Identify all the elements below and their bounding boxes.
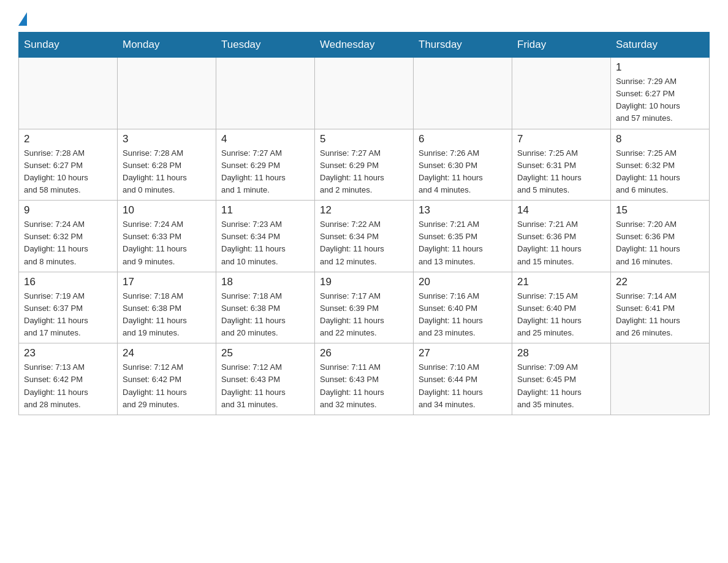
- calendar-cell: 13Sunrise: 7:21 AM Sunset: 6:35 PM Dayli…: [414, 201, 512, 272]
- weekday-header-monday: Monday: [118, 33, 216, 58]
- calendar-cell: 2Sunrise: 7:28 AM Sunset: 6:27 PM Daylig…: [19, 129, 118, 201]
- calendar-cell: [315, 58, 414, 129]
- calendar-cell: [512, 58, 611, 129]
- day-info: Sunrise: 7:14 AM Sunset: 6:41 PM Dayligh…: [616, 290, 704, 340]
- weekday-header-friday: Friday: [512, 33, 611, 58]
- day-info: Sunrise: 7:24 AM Sunset: 6:32 PM Dayligh…: [24, 218, 112, 268]
- weekday-header-saturday: Saturday: [611, 33, 710, 58]
- day-number: 12: [320, 204, 408, 216]
- day-info: Sunrise: 7:22 AM Sunset: 6:34 PM Dayligh…: [320, 218, 408, 268]
- calendar-cell: 28Sunrise: 7:09 AM Sunset: 6:45 PM Dayli…: [512, 343, 611, 415]
- calendar-cell: 14Sunrise: 7:21 AM Sunset: 6:36 PM Dayli…: [512, 201, 611, 272]
- day-number: 15: [616, 204, 704, 216]
- day-number: 4: [221, 133, 309, 145]
- weekday-header-wednesday: Wednesday: [315, 33, 414, 58]
- logo-triangle-icon: [18, 12, 27, 26]
- calendar-table: SundayMondayTuesdayWednesdayThursdayFrid…: [18, 32, 710, 415]
- calendar-cell: 21Sunrise: 7:15 AM Sunset: 6:40 PM Dayli…: [512, 272, 611, 343]
- day-info: Sunrise: 7:17 AM Sunset: 6:39 PM Dayligh…: [320, 290, 408, 340]
- week-row-5: 23Sunrise: 7:13 AM Sunset: 6:42 PM Dayli…: [19, 343, 710, 415]
- day-info: Sunrise: 7:28 AM Sunset: 6:28 PM Dayligh…: [123, 147, 211, 197]
- day-info: Sunrise: 7:26 AM Sunset: 6:30 PM Dayligh…: [419, 147, 507, 197]
- calendar-cell: [216, 58, 315, 129]
- day-number: 1: [616, 61, 704, 74]
- day-number: 6: [419, 133, 507, 145]
- day-info: Sunrise: 7:12 AM Sunset: 6:43 PM Dayligh…: [221, 361, 309, 411]
- weekday-header-row: SundayMondayTuesdayWednesdayThursdayFrid…: [19, 33, 710, 58]
- logo: [18, 12, 27, 22]
- day-number: 26: [320, 347, 408, 359]
- calendar-cell: 12Sunrise: 7:22 AM Sunset: 6:34 PM Dayli…: [315, 201, 414, 272]
- day-info: Sunrise: 7:12 AM Sunset: 6:42 PM Dayligh…: [123, 361, 211, 411]
- weekday-header-tuesday: Tuesday: [216, 33, 315, 58]
- calendar-cell: 1Sunrise: 7:29 AM Sunset: 6:27 PM Daylig…: [611, 58, 710, 129]
- day-number: 11: [221, 204, 309, 216]
- calendar-cell: 24Sunrise: 7:12 AM Sunset: 6:42 PM Dayli…: [118, 343, 216, 415]
- calendar-cell: 16Sunrise: 7:19 AM Sunset: 6:37 PM Dayli…: [19, 272, 118, 343]
- day-info: Sunrise: 7:23 AM Sunset: 6:34 PM Dayligh…: [221, 218, 309, 268]
- calendar-cell: 8Sunrise: 7:25 AM Sunset: 6:32 PM Daylig…: [611, 129, 710, 201]
- day-info: Sunrise: 7:20 AM Sunset: 6:36 PM Dayligh…: [616, 218, 704, 268]
- calendar-cell: 6Sunrise: 7:26 AM Sunset: 6:30 PM Daylig…: [414, 129, 512, 201]
- day-info: Sunrise: 7:13 AM Sunset: 6:42 PM Dayligh…: [24, 361, 112, 411]
- calendar-cell: 26Sunrise: 7:11 AM Sunset: 6:43 PM Dayli…: [315, 343, 414, 415]
- day-info: Sunrise: 7:21 AM Sunset: 6:35 PM Dayligh…: [419, 218, 507, 268]
- day-number: 14: [517, 204, 605, 216]
- calendar-cell: 10Sunrise: 7:24 AM Sunset: 6:33 PM Dayli…: [118, 201, 216, 272]
- calendar-cell: 25Sunrise: 7:12 AM Sunset: 6:43 PM Dayli…: [216, 343, 315, 415]
- day-info: Sunrise: 7:25 AM Sunset: 6:31 PM Dayligh…: [517, 147, 605, 197]
- day-number: 20: [419, 276, 507, 288]
- day-number: 10: [123, 204, 211, 216]
- day-info: Sunrise: 7:18 AM Sunset: 6:38 PM Dayligh…: [123, 290, 211, 340]
- day-number: 25: [221, 347, 309, 359]
- day-info: Sunrise: 7:24 AM Sunset: 6:33 PM Dayligh…: [123, 218, 211, 268]
- day-number: 9: [24, 204, 112, 216]
- day-number: 23: [24, 347, 112, 359]
- calendar-cell: 15Sunrise: 7:20 AM Sunset: 6:36 PM Dayli…: [611, 201, 710, 272]
- calendar-cell: 22Sunrise: 7:14 AM Sunset: 6:41 PM Dayli…: [611, 272, 710, 343]
- day-number: 21: [517, 276, 605, 288]
- day-info: Sunrise: 7:16 AM Sunset: 6:40 PM Dayligh…: [419, 290, 507, 340]
- day-number: 16: [24, 276, 112, 288]
- day-info: Sunrise: 7:28 AM Sunset: 6:27 PM Dayligh…: [24, 147, 112, 197]
- day-info: Sunrise: 7:15 AM Sunset: 6:40 PM Dayligh…: [517, 290, 605, 340]
- day-number: 5: [320, 133, 408, 145]
- day-number: 18: [221, 276, 309, 288]
- day-number: 24: [123, 347, 211, 359]
- week-row-2: 2Sunrise: 7:28 AM Sunset: 6:27 PM Daylig…: [19, 129, 710, 201]
- calendar-cell: 11Sunrise: 7:23 AM Sunset: 6:34 PM Dayli…: [216, 201, 315, 272]
- week-row-1: 1Sunrise: 7:29 AM Sunset: 6:27 PM Daylig…: [19, 58, 710, 129]
- day-number: 2: [24, 133, 112, 145]
- calendar-cell: 18Sunrise: 7:18 AM Sunset: 6:38 PM Dayli…: [216, 272, 315, 343]
- day-number: 17: [123, 276, 211, 288]
- week-row-3: 9Sunrise: 7:24 AM Sunset: 6:32 PM Daylig…: [19, 201, 710, 272]
- day-info: Sunrise: 7:10 AM Sunset: 6:44 PM Dayligh…: [419, 361, 507, 411]
- calendar-cell: [611, 343, 710, 415]
- day-info: Sunrise: 7:25 AM Sunset: 6:32 PM Dayligh…: [616, 147, 704, 197]
- calendar-cell: 23Sunrise: 7:13 AM Sunset: 6:42 PM Dayli…: [19, 343, 118, 415]
- day-number: 28: [517, 347, 605, 359]
- day-info: Sunrise: 7:19 AM Sunset: 6:37 PM Dayligh…: [24, 290, 112, 340]
- day-number: 22: [616, 276, 704, 288]
- calendar-cell: [19, 58, 118, 129]
- calendar-cell: 9Sunrise: 7:24 AM Sunset: 6:32 PM Daylig…: [19, 201, 118, 272]
- weekday-header-thursday: Thursday: [414, 33, 512, 58]
- calendar-cell: 4Sunrise: 7:27 AM Sunset: 6:29 PM Daylig…: [216, 129, 315, 201]
- week-row-4: 16Sunrise: 7:19 AM Sunset: 6:37 PM Dayli…: [19, 272, 710, 343]
- calendar-cell: 5Sunrise: 7:27 AM Sunset: 6:29 PM Daylig…: [315, 129, 414, 201]
- day-number: 13: [419, 204, 507, 216]
- day-number: 7: [517, 133, 605, 145]
- day-info: Sunrise: 7:29 AM Sunset: 6:27 PM Dayligh…: [616, 75, 704, 125]
- weekday-header-sunday: Sunday: [19, 33, 118, 58]
- calendar-cell: [414, 58, 512, 129]
- calendar-cell: 17Sunrise: 7:18 AM Sunset: 6:38 PM Dayli…: [118, 272, 216, 343]
- day-number: 3: [123, 133, 211, 145]
- calendar-cell: [118, 58, 216, 129]
- day-info: Sunrise: 7:27 AM Sunset: 6:29 PM Dayligh…: [221, 147, 309, 197]
- day-number: 19: [320, 276, 408, 288]
- day-info: Sunrise: 7:21 AM Sunset: 6:36 PM Dayligh…: [517, 218, 605, 268]
- calendar-cell: 3Sunrise: 7:28 AM Sunset: 6:28 PM Daylig…: [118, 129, 216, 201]
- day-info: Sunrise: 7:11 AM Sunset: 6:43 PM Dayligh…: [320, 361, 408, 411]
- day-number: 8: [616, 133, 704, 145]
- day-number: 27: [419, 347, 507, 359]
